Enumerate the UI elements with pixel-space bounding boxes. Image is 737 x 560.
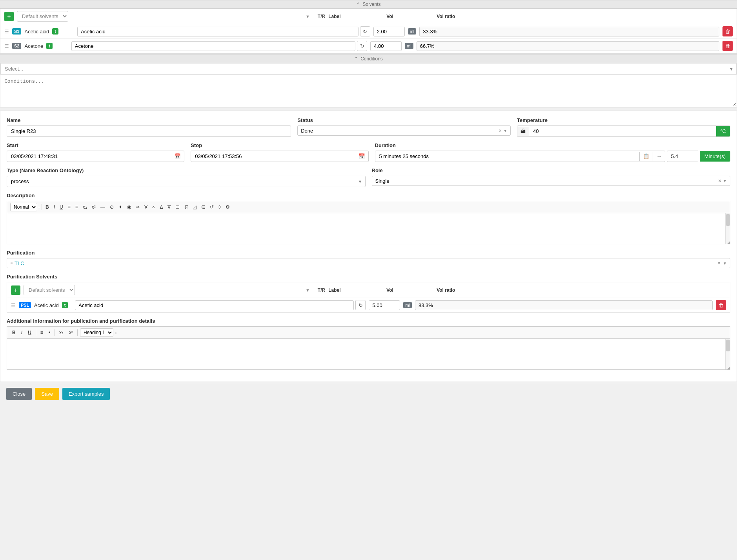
addinfo-underline-button[interactable]: U xyxy=(26,329,33,336)
solvent-badge-s1: S1 xyxy=(12,28,21,35)
role-clear-icon[interactable]: × xyxy=(718,178,721,184)
drag-handle-1[interactable]: ☰ xyxy=(4,29,9,35)
special-char-14[interactable]: ◊ xyxy=(217,203,223,211)
status-select-wrap: × ▼ xyxy=(297,125,511,136)
special-char-11[interactable]: ◿ xyxy=(191,203,198,211)
additional-info-label: Additional information for publication a… xyxy=(7,318,730,324)
addinfo-heading-select[interactable]: Heading 1 xyxy=(80,328,113,337)
addinfo-ol-button[interactable]: ≡ xyxy=(38,329,45,336)
addinfo-bold-button[interactable]: B xyxy=(10,329,18,336)
special-char-8[interactable]: ∇ xyxy=(166,203,173,211)
special-char-9[interactable]: ☐ xyxy=(173,203,182,211)
minute-button[interactable]: Minute(s) xyxy=(700,151,730,162)
special-char-6[interactable]: ∴ xyxy=(150,203,157,211)
start-label: Start xyxy=(7,142,184,148)
solvent-vol-input-s2[interactable] xyxy=(370,41,402,51)
special-char-4[interactable]: ⇨ xyxy=(134,203,142,211)
purif-solvent-ratio-input-ps1[interactable] xyxy=(415,300,713,310)
italic-button[interactable]: I xyxy=(52,203,57,211)
special-char-5[interactable]: ∀ xyxy=(142,203,149,211)
start-field: 📅 xyxy=(7,151,184,162)
superscript-button[interactable]: x² xyxy=(90,203,98,211)
solvent-label-input-s1[interactable] xyxy=(77,27,358,36)
addinfo-sub-button[interactable]: x₂ xyxy=(57,329,66,336)
purif-solvent-delete-btn-ps1[interactable]: 🗑 xyxy=(716,300,726,310)
purif-dropdown-icon[interactable]: ▼ xyxy=(723,261,727,265)
solvent-ratio-input-s1[interactable] xyxy=(419,27,719,36)
duration-field: 📋 → Minute(s) xyxy=(375,151,731,162)
role-dropdown-icon[interactable]: ▼ xyxy=(723,179,727,183)
stop-calendar-icon[interactable]: 📅 xyxy=(355,152,368,161)
subscript-button[interactable]: x₂ xyxy=(81,203,89,211)
purif-tag-x[interactable]: × xyxy=(10,260,13,266)
addinfo-sup-button[interactable]: x² xyxy=(67,329,75,336)
footer-bar: Close Save Export samples xyxy=(0,383,737,405)
addinfo-editor[interactable] xyxy=(7,338,730,370)
temperature-input[interactable] xyxy=(529,126,716,136)
solvent-delete-btn-s2[interactable]: 🗑 xyxy=(722,41,733,51)
drag-handle-ps1[interactable]: ☰ xyxy=(11,302,16,308)
export-samples-button[interactable]: Export samples xyxy=(62,388,110,400)
celsius-button[interactable]: °C xyxy=(716,126,730,136)
drag-handle-2[interactable]: ☰ xyxy=(4,43,9,49)
add-solvent-button[interactable]: + xyxy=(4,12,14,21)
close-button[interactable]: Close xyxy=(6,388,32,400)
purif-default-solvents-select[interactable]: Default solvents xyxy=(24,285,75,295)
description-editor[interactable] xyxy=(7,213,730,244)
duration-numeric-input[interactable] xyxy=(667,151,698,162)
duration-arrow-icon[interactable]: → xyxy=(653,152,664,161)
start-input[interactable] xyxy=(7,151,171,162)
special-char-12[interactable]: ∈ xyxy=(199,203,207,211)
addinfo-resize-handle[interactable]: ◢ xyxy=(726,365,730,370)
addinfo-ul-button[interactable]: • xyxy=(47,329,52,336)
description-resize-handle[interactable]: ◢ xyxy=(726,240,730,244)
vol-col-header: Vol xyxy=(386,14,433,19)
add-purif-solvent-button[interactable]: + xyxy=(11,285,20,295)
role-input[interactable] xyxy=(375,178,717,184)
solvent-refresh-btn-s1[interactable]: ↻ xyxy=(360,26,370,36)
style-select[interactable]: Normal xyxy=(10,203,37,211)
solvent-refresh-btn-s2[interactable]: ↻ xyxy=(357,41,367,51)
stop-input[interactable] xyxy=(191,151,355,162)
status-input[interactable] xyxy=(301,128,497,134)
unordered-list-button[interactable]: ≡ xyxy=(73,203,80,211)
solvent-label-input-s2[interactable] xyxy=(71,41,355,51)
save-button[interactable]: Save xyxy=(35,388,59,400)
special-char-1[interactable]: ⊙ xyxy=(108,203,116,211)
default-solvents-select[interactable]: Default solvents xyxy=(17,11,68,22)
purif-tag-tlc: TLC xyxy=(15,260,24,266)
special-char-10[interactable]: ⇵ xyxy=(182,203,190,211)
status-dropdown-icon[interactable]: ▼ xyxy=(503,129,507,133)
purif-solvent-label-input-ps1[interactable] xyxy=(75,300,354,310)
conditions-textarea[interactable] xyxy=(0,75,737,106)
solvent-ratio-input-s2[interactable] xyxy=(417,41,719,51)
solvent-delete-btn-s1[interactable]: 🗑 xyxy=(722,26,733,36)
purif-solvent-refresh-btn-ps1[interactable]: ↻ xyxy=(355,300,366,310)
start-calendar-icon[interactable]: 📅 xyxy=(171,152,184,161)
description-section: Description Normal ↕ B I U ≡ ≡ x₂ x² — ⊙… xyxy=(7,193,730,244)
stop-label: Stop xyxy=(191,142,368,148)
special-char-7[interactable]: ∆ xyxy=(158,203,165,211)
ordered-list-button[interactable]: ≡ xyxy=(66,203,73,211)
special-char-13[interactable]: ↺ xyxy=(208,203,216,211)
dash-button[interactable]: — xyxy=(98,203,107,211)
duration-text-input[interactable] xyxy=(375,151,640,162)
special-char-2[interactable]: ✦ xyxy=(116,203,124,211)
tr-header-label: T/R xyxy=(318,14,325,19)
gear-button[interactable]: ⚙ xyxy=(224,203,232,211)
underline-button[interactable]: U xyxy=(58,203,65,211)
purif-solvent-vol-input-ps1[interactable] xyxy=(369,300,400,310)
description-content[interactable] xyxy=(7,213,724,241)
bold-button[interactable]: B xyxy=(44,203,51,211)
solvent-vol-input-s1[interactable] xyxy=(373,27,405,36)
type-select[interactable]: process xyxy=(7,176,366,187)
toolbar-sep-1 xyxy=(42,204,42,210)
name-input[interactable] xyxy=(7,125,291,137)
special-char-3[interactable]: ◉ xyxy=(125,203,133,211)
addinfo-italic-button[interactable]: I xyxy=(19,329,24,336)
purif-clear-icon[interactable]: × xyxy=(717,260,721,266)
status-clear-icon[interactable]: × xyxy=(499,127,502,134)
duration-copy-icon[interactable]: 📋 xyxy=(639,152,653,161)
addinfo-content[interactable] xyxy=(7,339,724,366)
conditions-select[interactable]: Select... xyxy=(0,63,737,75)
